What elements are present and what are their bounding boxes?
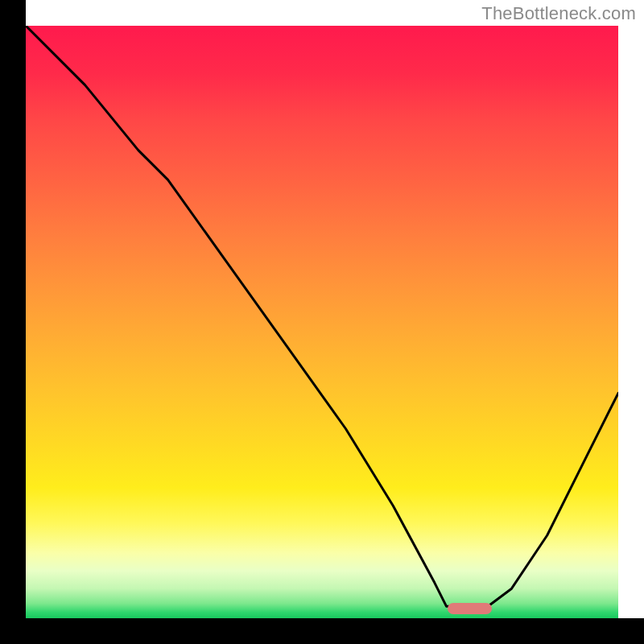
y-axis-bar (0, 0, 26, 644)
x-axis-bar (0, 618, 644, 644)
watermark-text: TheBottleneck.com (481, 3, 636, 24)
bottleneck-curve (26, 26, 618, 618)
chart-container: TheBottleneck.com (0, 0, 644, 644)
plot-area (26, 26, 618, 618)
optimal-marker (448, 603, 492, 614)
curve-path (26, 26, 618, 606)
